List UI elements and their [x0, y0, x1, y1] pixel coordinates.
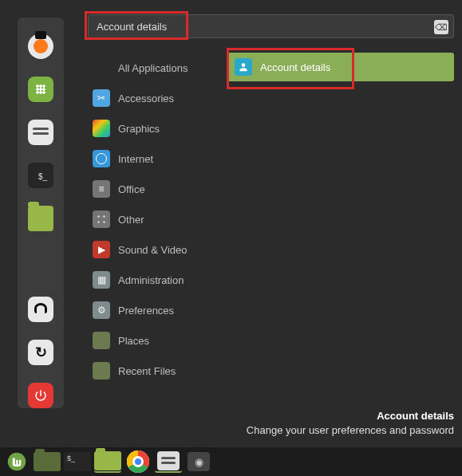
fav-logout[interactable]: ↻ — [28, 340, 53, 365]
play-icon: ▶ — [93, 241, 110, 258]
fav-files[interactable] — [28, 206, 53, 231]
category-label: Administration — [118, 274, 184, 286]
category-label: Other — [118, 214, 144, 226]
fav-quit[interactable] — [28, 383, 53, 408]
category-all-applications[interactable]: All Applications — [88, 53, 215, 83]
taskbar-disks[interactable]: ◉ — [185, 450, 212, 473]
category-administration[interactable]: ▦ Administration — [88, 265, 215, 295]
category-internet[interactable]: Internet — [88, 144, 215, 174]
category-sound-video[interactable]: ▶ Sound & Video — [88, 234, 215, 265]
category-list: All Applications ✂ Accessories Graphics … — [88, 53, 215, 386]
folder-icon — [93, 332, 110, 349]
fav-system-settings[interactable] — [28, 120, 53, 145]
fav-software-manager[interactable] — [28, 77, 53, 102]
clear-search-icon[interactable]: ⌫ — [434, 20, 448, 34]
category-office[interactable]: ≡ Office — [88, 174, 215, 204]
category-label: Preferences — [118, 305, 174, 317]
search-input[interactable] — [97, 21, 431, 33]
category-label: Internet — [118, 153, 153, 165]
taskbar-mint-menu[interactable] — [3, 450, 30, 473]
app-description: Account details Change your user prefere… — [247, 409, 454, 438]
taskbar-file-manager-dark[interactable] — [34, 450, 61, 473]
user-icon — [235, 58, 252, 76]
taskbar: $_ ◉ — [0, 447, 462, 476]
preferences-icon: ⚙ — [93, 301, 110, 319]
search-field[interactable]: ⌫ — [88, 14, 454, 38]
category-other[interactable]: Other — [88, 204, 215, 234]
category-places[interactable]: Places — [88, 325, 215, 356]
taskbar-terminal[interactable]: $_ — [64, 450, 91, 473]
taskbar-chrome[interactable] — [124, 450, 152, 473]
category-icon — [93, 59, 110, 77]
application-list: Account details — [227, 53, 454, 386]
category-label: Sound & Video — [118, 244, 188, 256]
category-preferences[interactable]: ⚙ Preferences — [88, 295, 215, 325]
category-label: Accessories — [118, 92, 174, 104]
app-description-title: Account details — [247, 409, 454, 423]
category-label: All Applications — [118, 62, 188, 74]
taskbar-settings[interactable] — [155, 450, 182, 473]
app-description-subtitle: Change your user preferences and passwor… — [247, 423, 454, 438]
globe-icon — [93, 150, 110, 167]
taskbar-file-manager[interactable] — [94, 450, 121, 473]
app-account-details[interactable]: Account details — [227, 53, 454, 81]
category-label: Graphics — [118, 123, 160, 135]
graphics-icon — [93, 120, 110, 137]
folder-icon — [93, 362, 110, 380]
category-label: Office — [118, 183, 145, 195]
favorites-panel: $_ ↻ — [18, 18, 64, 408]
category-label: Places — [118, 335, 149, 347]
category-graphics[interactable]: Graphics — [88, 113, 215, 144]
category-accessories[interactable]: ✂ Accessories — [88, 83, 215, 113]
grid-icon — [93, 210, 110, 228]
scissors-icon: ✂ — [93, 89, 110, 107]
admin-icon: ▦ — [93, 271, 110, 289]
app-label: Account details — [260, 61, 330, 73]
fav-lock-screen[interactable] — [28, 297, 53, 322]
fav-terminal[interactable]: $_ — [28, 163, 53, 188]
category-recent-files[interactable]: Recent Files — [88, 356, 215, 386]
application-menu: ⌫ All Applications ✂ Accessories Graphic… — [88, 14, 454, 430]
category-label: Recent Files — [118, 365, 176, 377]
office-icon: ≡ — [93, 180, 110, 198]
